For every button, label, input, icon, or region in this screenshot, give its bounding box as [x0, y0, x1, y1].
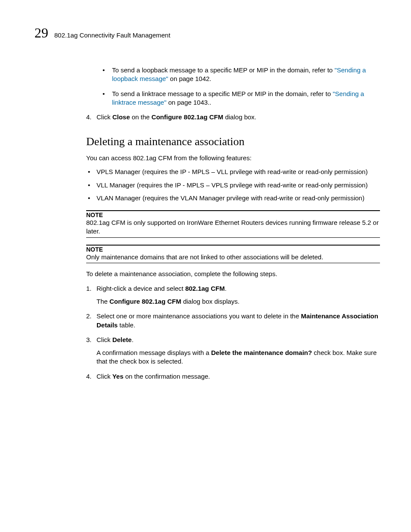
step-sub: The Configure 802.1ag CFM dialog box dis… [97, 297, 380, 306]
step-number: 1. [86, 284, 92, 293]
step-text: Right-click a device and select [97, 285, 185, 292]
step-text: Select one or more maintenance associati… [97, 312, 301, 320]
note-rule-bottom [86, 237, 380, 238]
step-text: . [225, 285, 227, 292]
ui-label-checkbox: Delete the maintenance domain? [211, 349, 312, 356]
step-text: Click [97, 373, 112, 380]
step-number: 4. [86, 372, 92, 381]
step-4: 4. Click Yes on the confirmation message… [86, 372, 380, 381]
step-body: Click Close on the Configure 802.1ag CFM… [97, 113, 380, 121]
step-text: A confirmation message displays with a [97, 349, 211, 356]
step-body: Select one or more maintenance associati… [97, 312, 380, 330]
step-text: dialog box displays. [181, 298, 240, 305]
note-rule-bottom [86, 263, 380, 263]
step-1: 1. Right-click a device and select 802.1… [86, 284, 380, 306]
section-intro: You can access 802.1ag CFM from the foll… [86, 154, 380, 162]
steps-intro: To delete a maintenance association, com… [86, 270, 380, 277]
ui-label-cfm: 802.1ag CFM [185, 285, 225, 292]
list-item: To send a linktrace message to a specifi… [97, 90, 380, 107]
bullet-text: To send a loopback message to a specific… [112, 66, 334, 74]
list-item: VLL Manager (requires the IP - MPLS – VP… [86, 181, 380, 190]
step-text: . [132, 336, 134, 343]
step-body: Click Yes on the confirmation message. [97, 372, 380, 381]
bullet-text: on page 1043.. [166, 99, 211, 106]
step-2: 2. Select one or more maintenance associ… [86, 312, 380, 330]
step-number: 2. [86, 312, 92, 320]
note-block: NOTE Only maintenance domains that are n… [86, 245, 380, 263]
step-text: dialog box. [223, 113, 256, 121]
list-item: VPLS Manager (requires the IP - MPLS – V… [86, 168, 380, 176]
note-block: NOTE 802.1ag CFM is only supported on Ir… [86, 210, 380, 238]
note-rule-top [86, 245, 380, 246]
step-body: Right-click a device and select 802.1ag … [97, 284, 380, 293]
note-rule-top [86, 210, 380, 211]
ui-label-yes: Yes [112, 373, 124, 380]
step-text: on the confirmation message. [124, 373, 210, 380]
top-bullet-list: To send a loopback message to a specific… [97, 66, 380, 107]
step-number: 3. [86, 336, 92, 344]
chapter-title: 802.1ag Connectivity Fault Management [54, 31, 170, 39]
prev-step-4: 4. Click Close on the Configure 802.1ag … [86, 113, 380, 121]
note-label: NOTE [86, 246, 380, 253]
content-area: To send a loopback message to a specific… [97, 66, 380, 381]
list-item: To send a loopback message to a specific… [97, 66, 380, 84]
step-sub: A confirmation message displays with a D… [97, 348, 380, 366]
step-text: Click [97, 336, 112, 343]
step-3: 3. Click Delete. A confirmation message … [86, 336, 380, 366]
step-text: table. [118, 321, 135, 329]
step-number: 4. [86, 113, 92, 121]
step-text: on the [130, 113, 152, 121]
note-text: 802.1ag CFM is only supported on IronWar… [86, 218, 380, 236]
step-text: The [97, 298, 109, 305]
ui-label-dialog: Configure 802.1ag CFM [109, 298, 181, 305]
ui-label-dialog: Configure 802.1ag CFM [152, 113, 224, 121]
page-header: 29 802.1ag Connectivity Fault Management [34, 25, 380, 41]
note-text: Only maintenance domains that are not li… [86, 253, 380, 261]
chapter-number: 29 [34, 25, 48, 41]
feature-list: VPLS Manager (requires the IP - MPLS – V… [86, 168, 380, 202]
step-body: Click Delete. [97, 336, 380, 344]
bullet-text: To send a linktrace message to a specifi… [112, 90, 333, 97]
bullet-text: on page 1042. [168, 75, 211, 82]
section-heading: Deleting a maintenance association [86, 135, 380, 148]
step-text: Click [97, 113, 112, 121]
note-label: NOTE [86, 212, 380, 218]
page: 29 802.1ag Connectivity Fault Management… [0, 0, 411, 381]
ui-label-delete: Delete [112, 336, 132, 343]
list-item: VLAN Manager (requires the VLAN Manager … [86, 194, 380, 202]
ui-label-close: Close [112, 113, 130, 121]
